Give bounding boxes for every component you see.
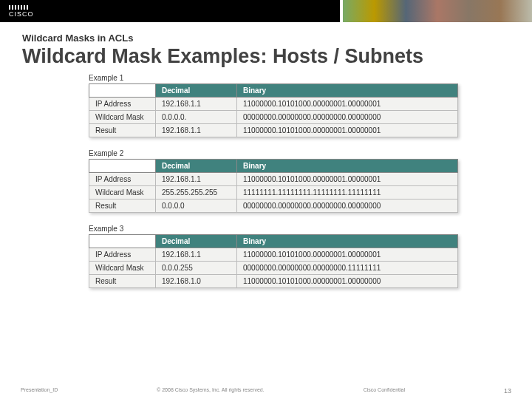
- row-label-result: Result: [89, 124, 156, 137]
- col-decimal: Decimal: [156, 235, 237, 248]
- cell: 11000000.10101000.00000001.00000001: [237, 124, 458, 137]
- cell: 192.168.1.1: [156, 173, 237, 186]
- cell: 11000000.10101000.00000001.00000000: [237, 275, 458, 288]
- row-label-mask: Wildcard Mask: [89, 186, 156, 200]
- example-1: Example 1 Decimal Binary IP Address 192.…: [89, 74, 458, 137]
- cell: 00000000.00000000.00000000.00000000: [237, 200, 458, 213]
- cell: 192.168.1.0: [156, 275, 237, 288]
- cell: 00000000.00000000.00000000.00000000: [237, 111, 458, 124]
- cell: 11000000.10101000.00000001.00000001: [237, 248, 458, 262]
- cisco-logo: CISCO: [0, 5, 34, 18]
- row-label-mask: Wildcard Mask: [89, 111, 156, 124]
- cell: 192.168.1.1: [156, 124, 237, 137]
- row-label-result: Result: [89, 200, 156, 213]
- row-label-ip: IP Address: [89, 98, 156, 111]
- col-decimal: Decimal: [156, 84, 237, 98]
- row-label-mask: Wildcard Mask: [89, 262, 156, 275]
- cell: 11000000.10101000.00000001.00000001: [237, 173, 458, 186]
- cell: 11111111.11111111.11111111.11111111: [237, 186, 458, 200]
- cell: 00000000.00000000.00000000.11111111: [237, 262, 458, 275]
- col-blank: [89, 84, 156, 98]
- row-label-ip: IP Address: [89, 248, 156, 262]
- col-decimal: Decimal: [156, 160, 237, 173]
- cell: 11000000.10101000.00000001.00000001: [237, 98, 458, 111]
- cell: 0.0.0.0.: [156, 111, 237, 124]
- example-table: Decimal Binary IP Address 192.168.1.1 11…: [89, 234, 458, 288]
- top-bar: CISCO: [0, 0, 532, 22]
- col-blank: [89, 235, 156, 248]
- example-label: Example 3: [89, 225, 458, 233]
- cell: 192.168.1.1: [156, 248, 237, 262]
- footer-right: Cisco Confidential: [364, 387, 405, 395]
- cell: 0.0.0.255: [156, 262, 237, 275]
- cell: 192.168.1.1: [156, 98, 237, 111]
- footer: Presentation_ID © 2008 Cisco Systems, In…: [0, 387, 532, 395]
- example-label: Example 2: [89, 149, 458, 157]
- cell: 255.255.255.255: [156, 186, 237, 200]
- page-title: Wildcard Mask Examples: Hosts / Subnets: [0, 44, 532, 74]
- col-binary: Binary: [237, 84, 458, 98]
- col-blank: [89, 160, 156, 173]
- cell: 0.0.0.0: [156, 200, 237, 213]
- footer-center: © 2008 Cisco Systems, Inc. All rights re…: [157, 387, 265, 395]
- example-table: Decimal Binary IP Address 192.168.1.1 11…: [89, 159, 458, 213]
- row-label-ip: IP Address: [89, 173, 156, 186]
- col-binary: Binary: [237, 160, 458, 173]
- page-number: 13: [504, 387, 511, 395]
- example-table: Decimal Binary IP Address 192.168.1.1 11…: [89, 83, 458, 137]
- col-binary: Binary: [237, 235, 458, 248]
- example-2: Example 2 Decimal Binary IP Address 192.…: [89, 149, 458, 213]
- example-3: Example 3 Decimal Binary IP Address 192.…: [89, 225, 458, 288]
- logo-text: CISCO: [9, 10, 34, 18]
- section-label: Wildcard Masks in ACLs: [0, 22, 532, 44]
- footer-left: Presentation_ID: [21, 387, 58, 395]
- row-label-result: Result: [89, 275, 156, 288]
- header-photo-strip: [340, 0, 532, 22]
- examples-container: Example 1 Decimal Binary IP Address 192.…: [0, 74, 532, 288]
- example-label: Example 1: [89, 74, 458, 82]
